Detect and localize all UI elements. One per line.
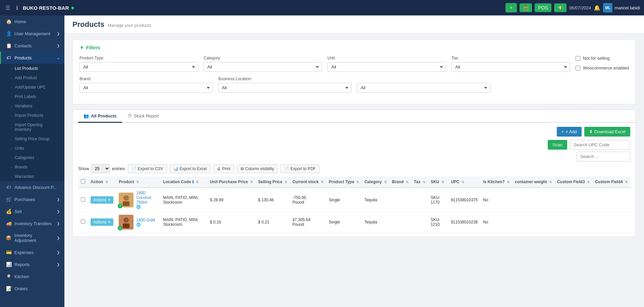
filter-icon: ▼ xyxy=(79,45,84,50)
category-select[interactable]: All xyxy=(204,62,322,72)
download-excel-button[interactable]: ⬇ Download Excel xyxy=(584,127,630,137)
actions-button-2[interactable]: Actions ▼ xyxy=(91,218,113,226)
th-product-type[interactable]: Product Type ⇅ xyxy=(326,176,362,188)
unit-select[interactable]: All xyxy=(327,62,446,72)
sidebar-item-reports[interactable]: 📊 Reports ❯ xyxy=(0,258,64,270)
td-checkbox-2[interactable] xyxy=(78,212,88,233)
sidebar-item-purchases[interactable]: 🛒 Purchases ❯ xyxy=(0,193,64,205)
th-container-weight[interactable]: container weight ⇅ xyxy=(512,176,554,188)
th-custom-field4[interactable]: Custom Field4 ⇅ xyxy=(592,176,630,188)
arrow-icon: → xyxy=(9,95,13,99)
sidebar-item-home[interactable]: 🏠 Home xyxy=(0,15,64,28)
th-category[interactable]: Category ⇅ xyxy=(362,176,389,188)
sidebar-user-management-label: User Management xyxy=(14,31,50,36)
arrow-icon: → xyxy=(9,125,13,129)
search-upc-input[interactable] xyxy=(570,140,630,150)
chevron-down-icon-products: ⌄ xyxy=(57,56,60,60)
notification-bell[interactable]: 🔔 xyxy=(594,5,600,11)
th-selling-price[interactable]: Selling Price ⇅ xyxy=(256,176,290,188)
search-input[interactable] xyxy=(577,152,630,161)
sidebar-sub-add-update-upc[interactable]: → Add/Update UPC xyxy=(0,83,64,92)
calculator-button[interactable]: 🧮 xyxy=(520,3,532,12)
tab-all-products[interactable]: 👥 All Products xyxy=(78,110,122,123)
row-checkbox-1[interactable] xyxy=(81,197,85,202)
sidebar-sub-import-opening-inventory[interactable]: → Import Opening Inventory xyxy=(0,120,64,134)
sidebar-item-inventory-transfers[interactable]: 🚚 Inventory Transfers ❯ xyxy=(0,217,64,229)
export-excel-button[interactable]: 📊 Export to Excel xyxy=(170,164,211,173)
th-product[interactable]: Product ⇅ xyxy=(116,176,160,188)
th-unit-purchase-price[interactable]: Unit Purchase Price ⇅ xyxy=(207,176,256,188)
th-is-kitchen[interactable]: Is Kitchen? ⇅ xyxy=(480,176,512,188)
th-action[interactable]: Action ⇅ xyxy=(88,176,116,188)
th-custom-field3[interactable]: Custom Field3 ⇅ xyxy=(554,176,592,188)
chevron-right-icon-expenses: ❯ xyxy=(57,250,60,255)
sidebar-item-products[interactable]: 🏷 Products ⌄ xyxy=(0,52,64,64)
export-csv-button[interactable]: 📄 Export to CSV xyxy=(128,164,167,173)
sidebar: 🏠 Home 👤 User Management ❯ 📋 Contacts ❯ … xyxy=(0,15,64,307)
inventory-transfers-icon: 🚚 xyxy=(6,221,12,226)
actions-button-1[interactable]: Actions ▼ xyxy=(91,196,113,204)
sidebar-sub-add-product[interactable]: → Add Product xyxy=(0,73,64,83)
user-menu[interactable]: ML maricel labidi xyxy=(603,3,640,12)
td-brand-2 xyxy=(389,212,411,233)
sidebar-sub-categories[interactable]: → Categories xyxy=(0,153,64,162)
cash-button[interactable]: 💵 xyxy=(554,3,567,12)
sidebar-sub-import-products[interactable]: → Import Products xyxy=(0,111,64,120)
units-label: Units xyxy=(15,146,24,151)
scan-button[interactable]: Scan xyxy=(548,140,567,150)
sidebar-item-orders[interactable]: 📝 Orders xyxy=(0,283,64,295)
sidebar-sub-brands[interactable]: → Brands xyxy=(0,162,64,172)
column-visibility-button[interactable]: ⊞ Column visibility xyxy=(237,164,278,173)
sidebar-item-contacts[interactable]: 📋 Contacts ❯ xyxy=(0,40,64,52)
product-type-select[interactable]: All xyxy=(79,62,198,72)
sidebar-item-kitchen[interactable]: 🍳 Kitchen xyxy=(0,270,64,283)
sidebar-item-user-management[interactable]: 👤 User Management ❯ xyxy=(0,28,64,40)
add-quick-button[interactable]: ＋ xyxy=(505,3,517,12)
not-for-selling-checkbox[interactable] xyxy=(576,56,580,61)
export-pdf-button[interactable]: 📄 Export to PDF xyxy=(280,164,319,173)
print-button[interactable]: 🖨 Print xyxy=(213,164,234,173)
th-upc[interactable]: UPC ⇅ xyxy=(448,176,480,188)
select-all-checkbox[interactable] xyxy=(81,179,85,184)
pos-button[interactable]: POS xyxy=(535,3,551,12)
th-select-all[interactable] xyxy=(78,176,88,188)
arrow-icon: → xyxy=(9,156,13,160)
brand-select[interactable]: All xyxy=(79,83,213,93)
th-current-stock[interactable]: Current stock ⇅ xyxy=(290,176,326,188)
sidebar-sub-warranties[interactable]: → Warranties xyxy=(0,172,64,181)
sidebar-sub-list-products[interactable]: → List Products xyxy=(0,64,64,73)
tax-select[interactable]: All xyxy=(451,62,570,72)
brand-label: Brand: xyxy=(79,76,213,81)
td-checkbox-1[interactable] xyxy=(78,188,88,212)
sidebar-sub-print-labels[interactable]: → Print Labels xyxy=(0,92,64,101)
td-action-2[interactable]: Actions ▼ xyxy=(88,212,116,233)
filter-toggle[interactable]: ▼ Filters xyxy=(79,45,629,50)
sidebar-item-inventory-adjustment[interactable]: 📦 Inventory Adjustment ❯ xyxy=(0,229,64,246)
th-sku[interactable]: SKU ⇅ xyxy=(428,176,448,188)
td-action-1[interactable]: Actions ▼ xyxy=(88,188,116,212)
menu-icon[interactable]: ☰ xyxy=(4,3,11,12)
location-unit-select[interactable]: All xyxy=(357,83,490,93)
add-button[interactable]: + + Add xyxy=(557,127,582,137)
product-link-1[interactable]: 1800 Coconut 750ml xyxy=(136,191,151,205)
td-location-code-1: MAIN, PATIO, MINI, Stockroom xyxy=(160,188,207,212)
product-link-2[interactable]: 1800 Gold xyxy=(136,218,155,222)
sidebar-sub-selling-price-group[interactable]: → Selling Price Group xyxy=(0,134,64,144)
th-location-code[interactable]: Location Code ℹ ⇅ xyxy=(160,176,207,188)
woocommerce-enabled-checkbox[interactable] xyxy=(576,66,580,70)
business-location-select[interactable]: All xyxy=(218,83,352,93)
row-checkbox-2[interactable] xyxy=(81,219,85,224)
th-brand[interactable]: Brand ⇅ xyxy=(389,176,411,188)
sidebar-item-expenses[interactable]: 💳 Expenses ❯ xyxy=(0,246,64,258)
sidebar-sub-variations[interactable]: → Variations xyxy=(0,101,64,111)
sidebar-item-sell[interactable]: 💰 Sell ❯ xyxy=(0,205,64,217)
contacts-icon: 📋 xyxy=(6,43,12,48)
info-icon[interactable]: ℹ xyxy=(15,3,19,12)
sidebar-sub-units[interactable]: → Units xyxy=(0,144,64,153)
td-selling-price-2: $ 0.21 xyxy=(256,212,290,233)
show-entries-select[interactable]: 10 25 50 100 xyxy=(91,164,110,173)
tab-stock-report[interactable]: ⏱ Stock Report xyxy=(122,110,164,123)
sidebar-item-advance-discount[interactable]: 🏷 Advance Discount P... xyxy=(0,181,64,193)
th-tax[interactable]: Tax ⇅ xyxy=(411,176,428,188)
location-code-info-icon[interactable]: ℹ xyxy=(192,180,194,184)
